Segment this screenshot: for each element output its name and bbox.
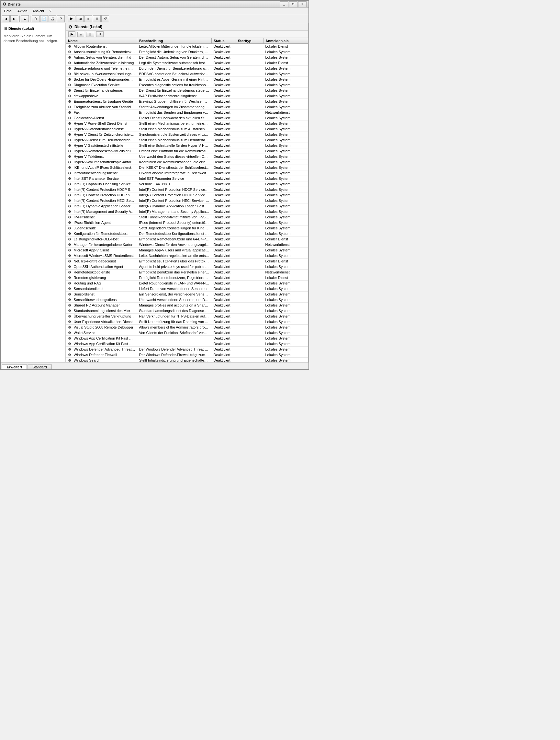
pause-button[interactable]: ⏸ (93, 15, 101, 22)
table-row[interactable]: ⚙Hyper-V-TaktdienstÜberwacht den Status … (66, 154, 308, 159)
table-row[interactable]: ⚙Routing und RASBietet Routingdienste in… (66, 281, 308, 286)
table-row[interactable]: ⚙Intel(R) Content Protection HDCP Servic… (66, 187, 308, 192)
table-row[interactable]: ⚙Automatische ZeitzonenaktualisierungLeg… (66, 60, 308, 66)
col-header-desc[interactable]: Beschreibung (137, 38, 212, 44)
back-button[interactable]: ◄ (2, 15, 10, 22)
table-row[interactable]: ⚙Hyper-V-GastdienstschnittstelleStellt e… (66, 143, 308, 149)
table-row[interactable]: ⚙RemoteregistrierungErmöglicht Remoteben… (66, 275, 308, 281)
table-row[interactable]: ⚙User Experience Virtualization-DienstSt… (66, 319, 308, 325)
table-row[interactable]: ⚙Diagnostic Execution ServiceExecutes di… (66, 82, 308, 88)
help-button[interactable]: ? (57, 15, 65, 22)
forward-button[interactable]: ► (10, 15, 18, 22)
table-row[interactable]: ⚙Intel(R) Management and Security Applic… (66, 209, 308, 214)
table-row[interactable]: ⚙IP-HilfsdienstStellt Tunnelkonnektivitä… (66, 214, 308, 220)
table-row[interactable]: ⚙Geolocation-DienstDieser Dienst überwac… (66, 115, 308, 121)
table-row[interactable]: ⚙JugendschutzSetzt Jugendschutzeinstellu… (66, 225, 308, 231)
col-header-login[interactable]: Anmelden als (263, 38, 308, 44)
table-row[interactable]: ⚙Konfiguration für RemotedesktopsDer Rem… (66, 231, 308, 237)
table-row[interactable]: ⚙Standardsammlungsdienst des Microsoft(R… (66, 308, 308, 313)
table-row[interactable]: ⚙IPsec-Richtlinien-AgentIPsec (Internet … (66, 220, 308, 225)
restart-service-btn[interactable]: ↺ (96, 31, 104, 37)
table-row[interactable]: ⚙Hyper-V-Dienst zum Herunterfahren des G… (66, 137, 308, 143)
tab-erweitert[interactable]: Erweitert (2, 365, 27, 369)
table-row[interactable]: ⚙Leistungsindikator-DLL-HostErmöglicht R… (66, 237, 308, 242)
service-login: Lokales System (263, 352, 308, 358)
table-row[interactable]: ⚙Überwachung verteilter Verknüpfungen (C… (66, 313, 308, 319)
minimize-button[interactable]: _ (280, 1, 289, 7)
table-row[interactable]: ⚙Windows App Certification Kit Fast User… (66, 336, 308, 341)
table-row[interactable]: ⚙Autom. Setup von Geräten, die mit dem N… (66, 55, 308, 60)
table-row[interactable]: ⚙OpenSSH Authentication AgentAgent to ho… (66, 264, 308, 270)
col-header-status[interactable]: Status (212, 38, 236, 44)
table-row[interactable]: ⚙AllJoyn-RouterdienstLeitet AllJoyn-Mitt… (66, 44, 308, 49)
table-row[interactable]: ⚙dmwappushsvcWAP Push-Nachrichtenrouting… (66, 93, 308, 99)
table-row[interactable]: ⚙Broker für DevQuery-Hintergrundermittlu… (66, 77, 308, 82)
table-row[interactable]: ⚙Shared PC Account ManagerManages profil… (66, 303, 308, 308)
table-row[interactable]: ⚙Windows Defender Advanced Threat Protec… (66, 347, 308, 352)
menu-datei[interactable]: Datei (1, 8, 15, 14)
service-gear-icon: ⚙ (68, 165, 73, 170)
col-header-starttyp[interactable]: Starttyp (236, 38, 263, 44)
service-desc: Von Clients der Funktion 'Brieftasche' v… (137, 330, 212, 336)
menu-aktion[interactable]: Aktion (15, 8, 30, 14)
print-button[interactable]: 🖨 (48, 15, 56, 22)
table-row[interactable]: ⚙Windows App Certification Kit Fast User… (66, 341, 308, 347)
table-row[interactable]: ⚙Enumeratordienst für tragbare GeräteErz… (66, 99, 308, 104)
table-row[interactable]: ⚙Hyper-V-DatenaustauschdiensтStellt eine… (66, 126, 308, 132)
table-row[interactable]: ⚙Benutzererfahrung und Telemetrie im ver… (66, 66, 308, 71)
table-row[interactable]: ⚙Visual Studio 2008 Remote DebuggerAllow… (66, 325, 308, 330)
services-toolbar: ▶ ■ ⏸ ↺ (66, 31, 308, 38)
table-row[interactable]: ⚙Intel(R) Content Protection HECI Servic… (66, 198, 308, 203)
tab-standard[interactable]: Standard (27, 365, 52, 369)
table-row[interactable]: ⚙Net.Tcp-PortfreigabedienstErmöglicht es… (66, 259, 308, 264)
table-row[interactable]: ⚙Dienst für EinzelhandelsdemosDer Dienst… (66, 88, 308, 93)
table-row[interactable]: ⚙Anschlussumleitung für Remotedesktopd..… (66, 49, 308, 55)
table-row[interactable]: ⚙RemotedesktopdiensteErmöglicht Benutzer… (66, 270, 308, 275)
service-gear-icon: ⚙ (68, 358, 73, 362)
close-button[interactable]: × (298, 1, 307, 7)
service-name-cell: ⚙Ereignisse zum Abrufen von Standbildern (66, 104, 137, 110)
table-row[interactable]: ⚙Microsoft Windows SMS-Routerdienst.Leit… (66, 253, 308, 259)
service-gear-icon: ⚙ (68, 264, 73, 269)
table-row[interactable]: ⚙WalletServiceVon Clients der Funktion '… (66, 330, 308, 336)
stop-button[interactable]: ■ (85, 15, 92, 22)
table-row[interactable]: ⚙SensordienstEin Sensordienst, der versc… (66, 292, 308, 297)
table-row[interactable]: ⚙Manager für heruntergeladene KartenWind… (66, 242, 308, 248)
play-button[interactable]: ▶ (68, 15, 76, 22)
table-row[interactable]: ⚙InfrarotüberwachungsdienstErkennt ander… (66, 170, 308, 176)
table-row[interactable]: ⚙Windows SearchStellt Inhaltsindizierung… (66, 358, 308, 363)
menu-help[interactable]: ? (46, 8, 54, 14)
table-row[interactable]: ⚙Hyper-V-Volumeschattenkopie-AnfordererK… (66, 159, 308, 165)
up-button[interactable]: ▲ (21, 15, 29, 22)
maximize-button[interactable]: □ (289, 1, 298, 7)
table-row[interactable]: ⚙Intel(R) Dynamic Application Loader Hos… (66, 203, 308, 209)
export-button[interactable]: 📄 (40, 15, 48, 22)
menu-ansicht[interactable]: Ansicht (30, 8, 46, 14)
start-service-btn[interactable]: ▶ (68, 31, 76, 37)
table-row[interactable]: ⚙Intel(R) Capability Licensing Service T… (66, 181, 308, 187)
service-login: Lokales System (263, 303, 308, 308)
table-row[interactable]: ⚙Ereignisse zum Abrufen von Standbildern… (66, 104, 308, 110)
table-row[interactable]: ⚙SensorüberwachungsdienstÜberwacht versc… (66, 297, 308, 303)
service-name: Sensorüberwachungsdienst (74, 298, 118, 302)
table-row[interactable]: ⚙BitLocker-Laufwerkverschlüsselungsdiens… (66, 71, 308, 77)
table-row[interactable]: ⚙IKE- und AuthIP IPsec-Schlüsselerstellu… (66, 165, 308, 170)
restart-button[interactable]: ↺ (101, 15, 109, 22)
show-hide-button[interactable]: 🗋 (32, 15, 39, 22)
table-row[interactable]: ⚙Intel SST Parameter ServiceIntel SST Pa… (66, 176, 308, 181)
service-starttyp (236, 242, 263, 248)
table-row[interactable]: ⚙SensordatendienstLiefert Daten von vers… (66, 286, 308, 292)
table-row[interactable]: ⚙FaxErmöglicht das Senden und Empfangen … (66, 110, 308, 115)
col-header-name[interactable]: Name (66, 38, 137, 44)
table-row[interactable]: ⚙Intel(R) Content Protection HDCP Servic… (66, 192, 308, 198)
table-container[interactable]: Name Beschreibung Status Starttyp Anmeld… (66, 38, 308, 362)
stop-service-btn[interactable]: ■ (77, 32, 84, 37)
play-all-button[interactable]: ⏭ (76, 15, 84, 22)
pause-service-btn[interactable]: ⏸ (86, 32, 94, 37)
table-row[interactable]: ⚙Microsoft App-V ClientManages App-V use… (66, 248, 308, 253)
service-gear-icon: ⚙ (68, 160, 73, 164)
table-row[interactable]: ⚙Hyper-V PowerShell Direct-DienstStellt … (66, 121, 308, 126)
table-row[interactable]: ⚙Hyper-V-Dienst für Zeitsynchronisierung… (66, 132, 308, 137)
table-row[interactable]: ⚙Windows Defender FirewallDer Windows De… (66, 352, 308, 358)
table-row[interactable]: ⚙Hyper-V-Remotedesktopvirtualisierungsdi… (66, 149, 308, 154)
